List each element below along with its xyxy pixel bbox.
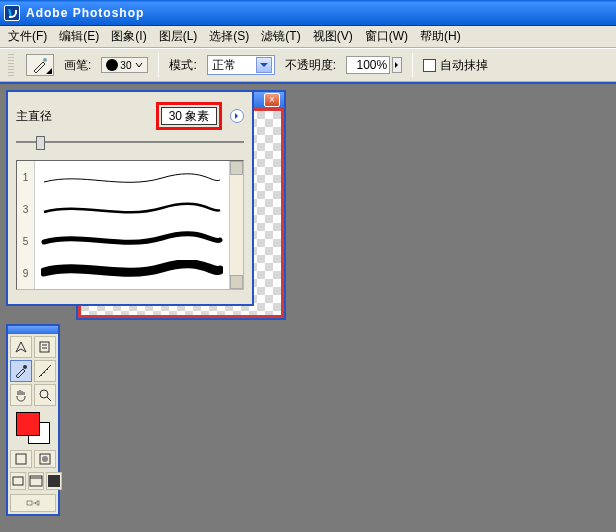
svg-rect-7 bbox=[13, 477, 23, 485]
preset-scrollbar[interactable] bbox=[229, 161, 243, 289]
slider-thumb[interactable] bbox=[36, 136, 45, 150]
notes-tool[interactable] bbox=[34, 336, 56, 358]
svg-rect-4 bbox=[16, 454, 26, 464]
svg-rect-9 bbox=[48, 475, 60, 487]
svg-point-3 bbox=[40, 390, 48, 398]
opacity-input[interactable] bbox=[346, 56, 390, 74]
stroke-preview-9[interactable] bbox=[41, 260, 223, 280]
brush-size-value: 30 bbox=[120, 60, 131, 71]
blend-mode-dropdown[interactable]: 正常 bbox=[207, 55, 275, 75]
preset-label: 3 bbox=[23, 204, 29, 215]
menu-filter[interactable]: 滤镜(T) bbox=[255, 26, 306, 47]
scroll-track[interactable] bbox=[230, 175, 243, 275]
checkbox-box bbox=[423, 59, 436, 72]
preset-label: 5 bbox=[23, 236, 29, 247]
menu-view[interactable]: 视图(V) bbox=[307, 26, 359, 47]
eyedropper-tool[interactable] bbox=[10, 360, 32, 382]
preset-label: 9 bbox=[23, 268, 29, 279]
mode-label: 模式: bbox=[169, 57, 196, 74]
brush-preset-picker[interactable]: 30 bbox=[101, 57, 148, 73]
menu-file[interactable]: 文件(F) bbox=[2, 26, 53, 47]
flyout-menu-button[interactable] bbox=[230, 109, 244, 123]
current-tool-indicator[interactable] bbox=[26, 54, 54, 76]
screen-mode-standard[interactable] bbox=[10, 472, 26, 490]
jump-to-imageready[interactable] bbox=[10, 494, 56, 512]
app-icon bbox=[4, 5, 20, 21]
stroke-preview-5[interactable] bbox=[41, 230, 223, 250]
svg-point-0 bbox=[43, 58, 47, 62]
auto-erase-label: 自动抹掉 bbox=[440, 57, 488, 74]
screen-mode-full[interactable] bbox=[46, 472, 62, 490]
screen-mode-full-menus[interactable] bbox=[28, 472, 44, 490]
menu-window[interactable]: 窗口(W) bbox=[359, 26, 414, 47]
document-close-button[interactable]: × bbox=[264, 93, 280, 107]
slider-track bbox=[16, 141, 244, 143]
foreground-color-swatch[interactable] bbox=[16, 412, 40, 436]
svg-rect-1 bbox=[40, 342, 49, 352]
preset-strokes bbox=[35, 161, 229, 289]
chevron-down-icon bbox=[256, 57, 272, 73]
svg-point-2 bbox=[23, 365, 27, 369]
menu-layer[interactable]: 图层(L) bbox=[153, 26, 204, 47]
zoom-tool[interactable] bbox=[34, 384, 56, 406]
highlighted-region bbox=[156, 102, 222, 130]
opacity-control bbox=[346, 56, 402, 74]
auto-erase-checkbox[interactable]: 自动抹掉 bbox=[423, 57, 488, 74]
scroll-up-button[interactable] bbox=[230, 161, 243, 175]
preset-label: 1 bbox=[23, 172, 29, 183]
measure-tool[interactable] bbox=[34, 360, 56, 382]
opacity-label: 不透明度: bbox=[285, 57, 336, 74]
brush-label: 画笔: bbox=[64, 57, 91, 74]
scroll-down-button[interactable] bbox=[230, 275, 243, 289]
menubar: 文件(F) 编辑(E) 图象(I) 图层(L) 选择(S) 滤镜(T) 视图(V… bbox=[0, 26, 616, 48]
options-bar: 画笔: 30 模式: 正常 不透明度: 自动抹掉 bbox=[0, 48, 616, 82]
svg-point-6 bbox=[42, 456, 48, 462]
svg-rect-11 bbox=[37, 501, 39, 505]
toolbox bbox=[6, 324, 60, 516]
chevron-down-icon bbox=[135, 61, 143, 69]
separator bbox=[412, 53, 413, 77]
menu-help[interactable]: 帮助(H) bbox=[414, 26, 467, 47]
toolbox-titlebar[interactable] bbox=[8, 326, 58, 334]
titlebar[interactable]: Adobe Photoshop bbox=[0, 0, 616, 26]
brush-preset-list[interactable]: 1 3 5 9 bbox=[16, 160, 244, 290]
color-swatches bbox=[10, 410, 56, 446]
stroke-preview-3[interactable] bbox=[41, 200, 223, 220]
diameter-slider[interactable] bbox=[16, 134, 244, 150]
master-diameter-input[interactable] bbox=[161, 107, 217, 125]
opacity-flyout-button[interactable] bbox=[392, 57, 402, 73]
brush-preset-panel: 主直径 1 3 5 9 bbox=[6, 90, 254, 306]
options-grip[interactable] bbox=[8, 54, 14, 76]
stroke-preview-1[interactable] bbox=[41, 170, 223, 190]
preset-size-labels: 1 3 5 9 bbox=[17, 161, 35, 289]
brush-dot-icon bbox=[106, 59, 118, 71]
quickmask-mode-button[interactable] bbox=[34, 450, 56, 468]
separator bbox=[158, 53, 159, 77]
app-title: Adobe Photoshop bbox=[26, 6, 144, 20]
hand-tool[interactable] bbox=[10, 384, 32, 406]
pen-tool[interactable] bbox=[10, 336, 32, 358]
menu-image[interactable]: 图象(I) bbox=[105, 26, 152, 47]
workspace: × 主直径 1 3 5 9 bbox=[0, 82, 616, 532]
menu-edit[interactable]: 编辑(E) bbox=[53, 26, 105, 47]
master-diameter-label: 主直径 bbox=[16, 108, 52, 125]
blend-mode-value: 正常 bbox=[212, 57, 236, 74]
standard-mode-button[interactable] bbox=[10, 450, 32, 468]
healing-brush-icon bbox=[31, 56, 49, 74]
menu-select[interactable]: 选择(S) bbox=[203, 26, 255, 47]
svg-rect-10 bbox=[27, 501, 32, 505]
